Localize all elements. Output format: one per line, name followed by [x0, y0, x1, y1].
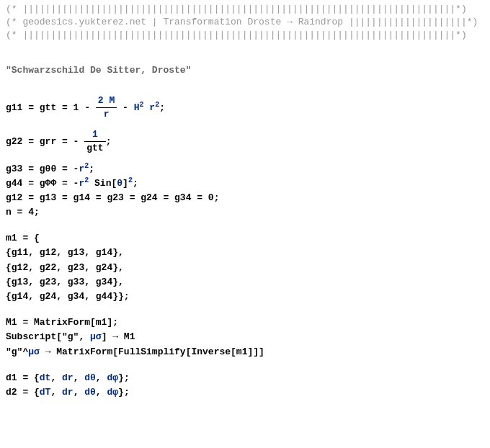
eq-d2: d2 = {dT, dr, dθ, dφ}; — [6, 386, 484, 399]
comment-bar-top: (* |||||||||||||||||||||||||||||||||||||… — [6, 3, 484, 16]
eq-d1: d1 = {dt, dr, dθ, dφ}; — [6, 372, 484, 385]
m1-row3: {g13, g23, g33, g34}, — [6, 276, 484, 289]
eq-g33: g33 = gθθ = -r2; — [6, 163, 484, 176]
comment-bar-bottom: (* |||||||||||||||||||||||||||||||||||||… — [6, 29, 484, 42]
title-string: "Schwarzschild De Sitter, Droste" — [6, 64, 484, 77]
comment-header: (* geodesics.yukterez.net | Transformati… — [6, 16, 484, 29]
eq-g44: g44 = gΦΦ = -r2 Sin[θ]2; — [6, 177, 484, 190]
m1-row4: {g14, g24, g34, g44}}; — [6, 290, 484, 303]
eq-M1: M1 = MatrixForm[m1]; — [6, 316, 484, 329]
eq-g22: g22 = grr = - 1gtt; — [6, 128, 484, 155]
m1-row2: {g12, g22, g23, g24}, — [6, 261, 484, 274]
eq-subscript: Subscript["g", μσ] → M1 — [6, 331, 484, 344]
eq-zeros: g12 = g13 = g14 = g23 = g24 = g34 = 0; — [6, 192, 484, 205]
m1-open: m1 = { — [6, 232, 484, 245]
m1-row1: {g11, g12, g13, g14}, — [6, 246, 484, 259]
eq-n: n = 4; — [6, 206, 484, 219]
eq-inverse: "g"^μσ → MatrixForm[FullSimplify[Inverse… — [6, 346, 484, 359]
eq-g11: g11 = gtt = 1 - 2 Mr - H2 r2; — [6, 94, 484, 121]
notebook-page: (* |||||||||||||||||||||||||||||||||||||… — [0, 0, 490, 403]
